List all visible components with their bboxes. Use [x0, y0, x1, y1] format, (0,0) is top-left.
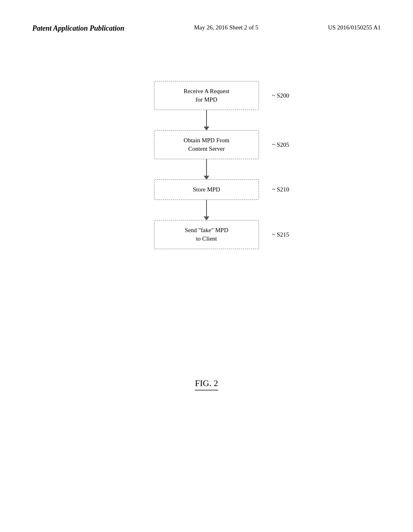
page: Patent Application Publication May 26, 2…: [0, 0, 413, 532]
sheet-info: May 26, 2016 Sheet 2 of 5: [194, 24, 259, 31]
box-s205: Obtain MPD From Content Server: [154, 130, 259, 159]
box-s215: Send "fake" MPD to Client: [154, 220, 259, 249]
step-s205-wrapper: Obtain MPD From Content Server ~ S205: [154, 130, 259, 179]
box-s200-line1: Receive A Request: [167, 87, 246, 96]
step-s215: Send "fake" MPD to Client ~ S215: [154, 220, 259, 249]
label-s215: ~ S215: [272, 231, 289, 238]
step-s200: Receive A Request for MPD ~ S200: [154, 81, 259, 110]
box-s205-line2: Content Server: [167, 145, 246, 153]
flowchart: Receive A Request for MPD ~ S200 Obtain …: [154, 81, 259, 249]
box-s215-line1: Send "fake" MPD: [167, 226, 246, 235]
box-s200: Receive A Request for MPD: [154, 81, 259, 110]
box-s205-line1: Obtain MPD From: [167, 136, 246, 145]
diagram-container: Receive A Request for MPD ~ S200 Obtain …: [32, 81, 381, 391]
step-s210-wrapper: Store MPD ~ S210: [154, 179, 259, 220]
label-s200: ~ S200: [272, 92, 289, 99]
step-s205: Obtain MPD From Content Server ~ S205: [154, 130, 259, 159]
arrow-s205-s210: [206, 159, 207, 179]
box-s210: Store MPD: [154, 179, 259, 200]
step-s215-wrapper: Send "fake" MPD to Client ~ S215: [154, 220, 259, 249]
figure-label-container: FIG. 2: [195, 330, 218, 391]
publication-label: Patent Application Publication: [32, 24, 124, 33]
patent-number: US 2016/0150255 A1: [328, 24, 381, 31]
box-s200-line2: for MPD: [167, 96, 246, 104]
step-s210: Store MPD ~ S210: [154, 179, 259, 200]
box-s215-line2: to Client: [167, 235, 246, 243]
label-s210: ~ S210: [272, 186, 289, 193]
arrow-s210-s215: [206, 200, 207, 220]
label-s205: ~ S205: [272, 141, 289, 148]
figure-label: FIG. 2: [195, 378, 218, 391]
arrow-s200-s205: [206, 110, 207, 130]
page-header: Patent Application Publication May 26, 2…: [32, 24, 381, 33]
step-s200-wrapper: Receive A Request for MPD ~ S200: [154, 81, 259, 130]
box-s210-line1: Store MPD: [193, 185, 220, 194]
